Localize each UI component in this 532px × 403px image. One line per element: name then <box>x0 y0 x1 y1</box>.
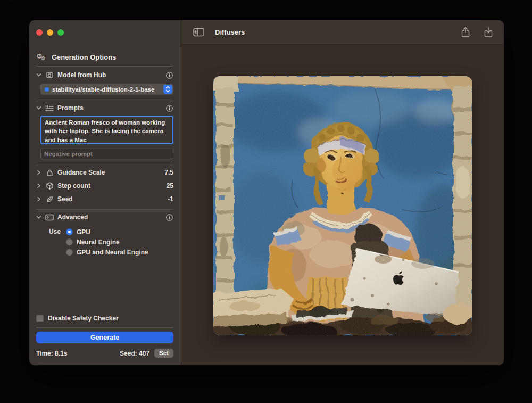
divider <box>36 165 173 165</box>
dropdown-stepper-icon[interactable] <box>163 85 172 94</box>
leaf-seed-icon <box>45 195 54 203</box>
sidebar-toggle-icon[interactable] <box>193 28 205 37</box>
sidebar: ⚙⚙ Generation Options Model from Hub sta… <box>29 20 181 365</box>
radio-selected-icon[interactable] <box>66 228 73 235</box>
guidance-scale-row[interactable]: Guidance Scale 7.5 <box>36 167 173 178</box>
seed-row[interactable]: Seed -1 <box>36 194 173 204</box>
model-status-dot <box>45 87 49 92</box>
traffic-lights <box>36 29 173 36</box>
use-label: Use <box>49 227 61 257</box>
cube-steps-icon <box>45 182 54 190</box>
app-title: Diffusers <box>215 28 245 36</box>
set-seed-button[interactable]: Set <box>154 349 173 358</box>
radio-neural-engine[interactable]: Neural Engine <box>66 237 148 247</box>
advanced-label: Advanced <box>57 213 88 221</box>
generate-button[interactable]: Generate <box>36 332 173 343</box>
disable-safety-checker-row[interactable]: Disable Safety Checker <box>36 314 173 323</box>
zoom-window-button[interactable] <box>57 29 64 36</box>
divider <box>36 209 173 210</box>
close-window-button[interactable] <box>36 29 43 36</box>
generation-options-header: ⚙⚙ Generation Options <box>36 53 173 61</box>
seed-label: Seed <box>57 195 73 203</box>
compute-unit-group: Use GPU Neural Engine GPU and Neural Eng… <box>49 227 173 257</box>
negative-prompt-input[interactable] <box>40 149 173 159</box>
scale-weight-icon <box>45 169 54 177</box>
text-quote-icon <box>45 105 54 112</box>
step-count-label: Step count <box>57 182 90 190</box>
chevron-right-icon[interactable] <box>36 183 41 188</box>
image-canvas <box>181 45 504 365</box>
generated-image[interactable] <box>213 76 472 335</box>
generation-options-title: Generation Options <box>52 53 116 61</box>
advanced-row[interactable]: Advanced <box>36 212 173 223</box>
info-icon[interactable] <box>165 71 173 79</box>
terminal-icon <box>45 214 54 221</box>
guidance-scale-label: Guidance Scale <box>57 169 105 176</box>
radio-gpu[interactable]: GPU <box>66 227 148 237</box>
selected-model-name: stabilityai/stable-diffusion-2-1-base <box>52 86 163 93</box>
save-icon[interactable] <box>484 27 493 38</box>
chevron-right-icon[interactable] <box>36 170 41 175</box>
radio-icon[interactable] <box>66 249 73 256</box>
chevron-down-icon[interactable] <box>36 215 41 220</box>
gears-icon: ⚙⚙ <box>36 53 47 61</box>
chevron-down-icon[interactable] <box>36 105 41 111</box>
divider <box>36 66 173 67</box>
titlebar: Diffusers <box>181 20 504 45</box>
chevron-right-icon[interactable] <box>36 196 41 202</box>
prompts-label: Prompts <box>57 104 84 112</box>
radio-icon[interactable] <box>66 238 73 245</box>
main-panel: Diffusers <box>181 20 504 365</box>
time-status: Time: 8.1s <box>36 350 67 357</box>
seed-status: Seed: 407 <box>120 350 149 357</box>
divider <box>36 101 173 101</box>
chip-icon <box>45 71 54 79</box>
divider <box>36 327 173 328</box>
guidance-scale-value: 7.5 <box>164 169 173 176</box>
step-count-value: 25 <box>167 182 173 190</box>
model-from-hub-row[interactable]: Model from Hub <box>36 70 173 80</box>
step-count-row[interactable]: Step count 25 <box>36 180 173 191</box>
radio-gpu-and-neural-engine[interactable]: GPU and Neural Engine <box>66 247 148 257</box>
model-select-dropdown[interactable]: stabilityai/stable-diffusion-2-1-base <box>40 84 173 95</box>
chevron-down-icon[interactable] <box>36 72 41 78</box>
model-from-hub-label: Model from Hub <box>57 71 106 79</box>
status-bar: Time: 8.1s Seed: 407 Set <box>36 349 173 358</box>
seed-value: -1 <box>168 195 173 203</box>
prompts-row[interactable]: Prompts <box>36 103 173 113</box>
checkbox-icon[interactable] <box>36 315 44 322</box>
info-icon[interactable] <box>165 104 173 112</box>
app-window: ⚙⚙ Generation Options Model from Hub sta… <box>29 20 504 365</box>
minimize-window-button[interactable] <box>47 29 53 36</box>
prompt-input[interactable]: Ancient Roman fresco of woman working wi… <box>40 116 173 144</box>
info-icon[interactable] <box>165 213 173 221</box>
share-icon[interactable] <box>461 27 470 38</box>
fresco-artwork <box>213 76 472 335</box>
